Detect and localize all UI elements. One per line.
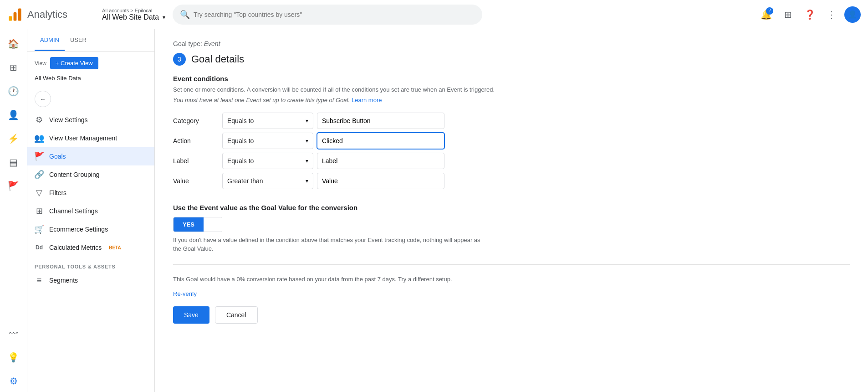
nav-lightning-button[interactable]: ⚡ bbox=[3, 128, 25, 150]
calculated-metrics-icon: Dd bbox=[35, 243, 44, 252]
sidebar-item-label: Calculated Metrics bbox=[49, 244, 102, 251]
nav-flow-button[interactable]: 〰 bbox=[3, 323, 25, 345]
condition-label-action: Action bbox=[173, 137, 219, 144]
sidebar-item-label: Channel Settings bbox=[49, 207, 98, 215]
event-conditions-desc: Set one or more conditions. A conversion… bbox=[173, 85, 850, 94]
sidebar-item-label: Goals bbox=[49, 153, 66, 160]
analytics-logo bbox=[7, 7, 23, 22]
sidebar-item-label: View User Management bbox=[49, 134, 117, 142]
condition-select-category[interactable]: Equals to ▾ bbox=[222, 113, 313, 129]
content-grouping-icon: 🔗 bbox=[35, 170, 44, 179]
condition-input-label[interactable] bbox=[317, 153, 444, 169]
condition-input-category[interactable] bbox=[317, 113, 444, 129]
back-button[interactable]: ← bbox=[35, 91, 51, 107]
main-content: Goal type: Event 3 Goal details Event co… bbox=[155, 29, 868, 392]
event-conditions-italic-desc: You must have at least one Event set up … bbox=[173, 96, 850, 103]
create-view-button[interactable]: + Create View bbox=[50, 57, 98, 69]
account-dropdown-icon: ▾ bbox=[163, 14, 165, 21]
sidebar-item-channel-settings[interactable]: ⊞ Channel Settings bbox=[27, 202, 154, 220]
view-label: View bbox=[35, 60, 46, 67]
sidebar-item-content-grouping[interactable]: 🔗 Content Grouping bbox=[27, 165, 154, 184]
toggle-no-button[interactable] bbox=[204, 217, 222, 232]
nav-table-button[interactable]: ▤ bbox=[3, 151, 25, 173]
view-settings-icon: ⚙ bbox=[35, 115, 44, 124]
search-bar[interactable]: 🔍 bbox=[173, 5, 482, 25]
cancel-button[interactable]: Cancel bbox=[215, 306, 258, 324]
step-title: Goal details bbox=[191, 53, 244, 65]
filters-icon: ▽ bbox=[35, 188, 44, 197]
event-value-desc: If you don't have a value defined in the… bbox=[173, 236, 483, 253]
step-number: 3 bbox=[173, 53, 186, 66]
condition-select-value[interactable]: Greater than ▾ bbox=[222, 173, 313, 189]
help-button[interactable]: ❓ bbox=[801, 5, 819, 24]
nav-person-button[interactable]: 👤 bbox=[3, 104, 25, 126]
sidebar-item-label: Segments bbox=[49, 277, 78, 284]
account-breadcrumb: All accounts > Epilocal bbox=[102, 8, 165, 13]
action-buttons: Save Cancel bbox=[173, 306, 850, 324]
svg-rect-0 bbox=[9, 16, 12, 21]
search-input[interactable] bbox=[194, 11, 475, 18]
view-name: All Web Site Data bbox=[27, 73, 154, 87]
sidebar-item-segments[interactable]: ≡ Segments bbox=[27, 271, 154, 289]
account-name[interactable]: All Web Site Data ▾ bbox=[102, 13, 165, 21]
learn-more-link[interactable]: Learn more bbox=[352, 97, 382, 103]
avatar[interactable]: 👤 bbox=[844, 6, 861, 23]
goal-type-label: Goal type: Event bbox=[173, 40, 850, 47]
page-body: 🏠 ⊞ 🕐 👤 ⚡ ▤ 🚩 〰 💡 ⚙ ADMIN USER View + Cr… bbox=[0, 29, 868, 392]
apps-button[interactable]: ⊞ bbox=[779, 5, 797, 24]
conversion-note: This Goal would have a 0% conversion rat… bbox=[173, 276, 850, 283]
svg-rect-1 bbox=[14, 12, 17, 21]
event-value-title: Use the Event value as the Goal Value fo… bbox=[173, 204, 850, 211]
svg-rect-2 bbox=[18, 8, 21, 21]
save-button[interactable]: Save bbox=[173, 306, 209, 324]
left-nav: 🏠 ⊞ 🕐 👤 ⚡ ▤ 🚩 〰 💡 ⚙ bbox=[0, 29, 27, 392]
header-icons: 🔔 2 ⊞ ❓ ⋮ 👤 bbox=[757, 5, 861, 24]
condition-input-value[interactable] bbox=[317, 173, 444, 189]
nav-home-button[interactable]: 🏠 bbox=[3, 33, 25, 55]
personal-tools-header: PERSONAL TOOLS & ASSETS bbox=[27, 257, 154, 271]
more-button[interactable]: ⋮ bbox=[822, 5, 841, 24]
condition-label-category: Category bbox=[173, 117, 219, 124]
nav-lightbulb-button[interactable]: 💡 bbox=[3, 346, 25, 368]
nav-clock-button[interactable]: 🕐 bbox=[3, 80, 25, 102]
top-header: Analytics All accounts > Epilocal All We… bbox=[0, 0, 868, 29]
event-conditions-title: Event conditions bbox=[173, 75, 850, 83]
sidebar: ADMIN USER View + Create View All Web Si… bbox=[27, 29, 155, 392]
chevron-down-icon: ▾ bbox=[306, 118, 308, 124]
goals-icon: 🚩 bbox=[35, 152, 44, 161]
sidebar-item-label: Ecommerce Settings bbox=[49, 226, 108, 233]
chevron-down-icon: ▾ bbox=[306, 138, 308, 144]
notification-button[interactable]: 🔔 2 bbox=[757, 5, 775, 24]
sidebar-item-label: Filters bbox=[49, 189, 66, 196]
logo-area: Analytics bbox=[7, 7, 89, 22]
divider bbox=[173, 264, 850, 265]
notification-badge: 2 bbox=[766, 7, 773, 15]
view-section: View + Create View bbox=[27, 52, 154, 73]
sidebar-item-label: View Settings bbox=[49, 116, 88, 124]
sidebar-item-view-settings[interactable]: ⚙ View Settings bbox=[27, 111, 154, 129]
segments-icon: ≡ bbox=[35, 276, 44, 285]
event-conditions-section: Event conditions Set one or more conditi… bbox=[173, 75, 850, 103]
chevron-down-icon: ▾ bbox=[306, 178, 308, 184]
nav-dashboard-button[interactable]: ⊞ bbox=[3, 57, 25, 78]
sidebar-item-view-user-management[interactable]: 👥 View User Management bbox=[27, 129, 154, 147]
condition-select-label[interactable]: Equals to ▾ bbox=[222, 153, 313, 169]
sidebar-item-calculated-metrics[interactable]: Dd Calculated Metrics BETA bbox=[27, 238, 154, 257]
nav-settings-button[interactable]: ⚙ bbox=[3, 370, 25, 392]
sidebar-item-ecommerce-settings[interactable]: 🛒 Ecommerce Settings bbox=[27, 220, 154, 238]
channel-settings-icon: ⊞ bbox=[35, 206, 44, 216]
tab-user[interactable]: USER bbox=[65, 29, 92, 51]
app-title: Analytics bbox=[27, 9, 67, 21]
sidebar-item-filters[interactable]: ▽ Filters bbox=[27, 184, 154, 202]
search-icon: 🔍 bbox=[180, 10, 190, 20]
condition-input-action[interactable] bbox=[317, 133, 444, 149]
condition-label-value: Value bbox=[173, 177, 219, 185]
nav-flag-button[interactable]: 🚩 bbox=[3, 175, 25, 197]
toggle-yes-button[interactable]: YES bbox=[174, 217, 204, 232]
conditions-grid: Category Equals to ▾ Action Equals to ▾ … bbox=[173, 113, 850, 189]
re-verify-link[interactable]: Re-verify bbox=[173, 290, 197, 297]
condition-select-action[interactable]: Equals to ▾ bbox=[222, 133, 313, 149]
account-selector[interactable]: All accounts > Epilocal All Web Site Dat… bbox=[102, 8, 165, 21]
sidebar-item-goals[interactable]: 🚩 Goals bbox=[27, 147, 154, 165]
tab-admin[interactable]: ADMIN bbox=[35, 29, 65, 51]
